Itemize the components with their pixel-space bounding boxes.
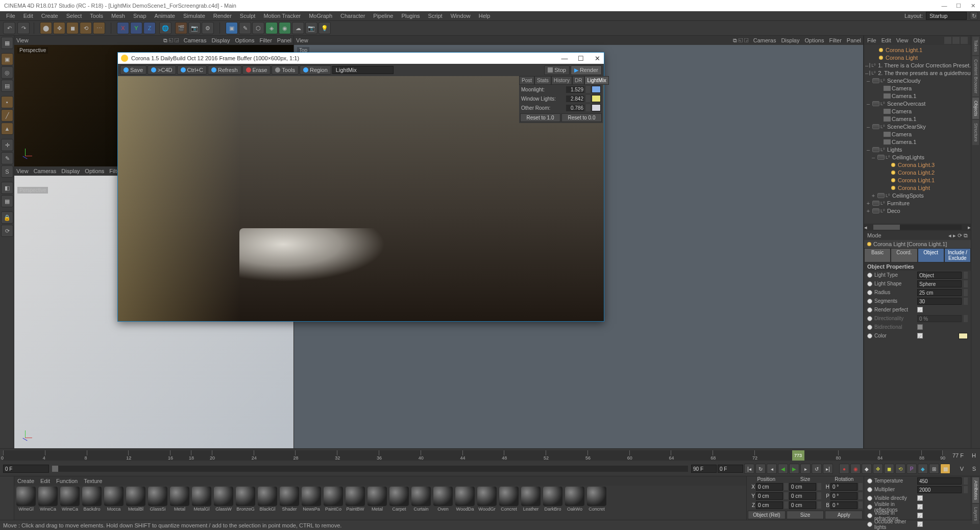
fb-erase-button[interactable]: Erase	[242, 65, 271, 75]
material-item[interactable]: WineCa	[37, 487, 59, 519]
timeline-track[interactable]: 9088848076726864605652484440363228242018…	[3, 450, 942, 461]
material-item[interactable]: Concret	[586, 487, 607, 519]
fb-tools-button[interactable]: Tools	[272, 65, 299, 75]
mat-menu-function[interactable]: Function	[56, 478, 78, 484]
material-item[interactable]: Carpet	[388, 487, 410, 519]
material-item[interactable]: Metal	[169, 487, 190, 519]
tree-expand-icon[interactable]: +	[865, 208, 871, 214]
fb-ctrlc-button[interactable]: Ctrl+C	[177, 65, 207, 75]
menu-item-sculpt[interactable]: Sculpt	[236, 13, 260, 19]
lightmix-swatch[interactable]	[592, 104, 601, 111]
side-tab-layers[interactable]: Layers	[972, 504, 979, 524]
tree-row[interactable]: Corona Light	[864, 184, 971, 191]
panel-icon[interactable]	[961, 37, 968, 44]
attr-checkbox[interactable]: ✓	[917, 521, 923, 527]
tree-expand-icon[interactable]: –	[865, 124, 871, 130]
menu-item-tools[interactable]: Tools	[86, 13, 107, 19]
material-item[interactable]: Metal	[366, 487, 388, 519]
fb-preset-dropdown[interactable]: LightMix	[332, 66, 394, 74]
fb-tab-stats[interactable]: Stats	[534, 76, 551, 85]
material-item[interactable]: WoodDa	[454, 487, 476, 519]
menu-item-help[interactable]: Help	[475, 13, 495, 19]
attr-checkbox[interactable]: ✓	[917, 513, 923, 518]
fb-tab-dr[interactable]: DR	[572, 76, 584, 85]
recent-tool-icon[interactable]: ⋯	[93, 22, 105, 34]
tree-expand-icon[interactable]: –	[865, 147, 871, 153]
side-tab-attributes[interactable]: Attributes	[972, 477, 979, 503]
panel-icon[interactable]	[944, 37, 951, 44]
tree-expand-icon[interactable]: –	[865, 70, 868, 76]
fb-region-button[interactable]: Region	[300, 65, 331, 75]
coord-size-dropdown[interactable]: Size	[787, 511, 824, 519]
texture-mode-icon[interactable]: ◎	[1, 66, 13, 79]
tree-row[interactable]: Corona Light	[864, 54, 971, 61]
coord-field[interactable]: 0 cm	[756, 492, 783, 500]
spinner-icon[interactable]	[964, 272, 968, 279]
vp-menu-filter[interactable]: Filter	[829, 37, 841, 43]
material-item[interactable]: Oven	[432, 487, 454, 519]
tweak-mode-icon[interactable]: ✎	[1, 152, 13, 164]
timeline-cursor[interactable]: 773	[792, 450, 804, 461]
move-icon[interactable]: ✥	[53, 22, 65, 34]
lightmix-swatch[interactable]	[592, 95, 601, 102]
maximize-icon[interactable]: ☐	[955, 3, 962, 9]
tree-expand-icon[interactable]: –	[865, 78, 871, 84]
menu-item-script[interactable]: Script	[424, 13, 447, 19]
powerslider-icon[interactable]: ▦	[940, 464, 950, 474]
material-item[interactable]: WineGl	[15, 487, 37, 519]
material-item[interactable]: MetalBl	[125, 487, 146, 519]
attr-checkbox[interactable]: ✓	[917, 307, 923, 312]
menu-item-create[interactable]: Create	[37, 13, 62, 19]
spinner-icon[interactable]	[817, 492, 821, 499]
material-item[interactable]: BronzeG	[235, 487, 256, 519]
generator-icon[interactable]: ◈	[265, 22, 278, 34]
lightmix-value[interactable]: 0.786	[566, 105, 584, 111]
fb-close-icon[interactable]: ✕	[594, 55, 601, 62]
attr-field[interactable]: 25 cm	[917, 289, 962, 296]
tree-row[interactable]: –L⁰1. There is a Color Correction Preset…	[864, 61, 971, 69]
spinner-icon[interactable]	[964, 298, 968, 305]
coord-object-dropdown[interactable]: Object (Rel)	[748, 511, 786, 519]
tree-row[interactable]: –L⁰CeilingLights	[864, 153, 971, 161]
goto-nextkey-icon[interactable]: ↺	[812, 464, 822, 474]
next-frame-icon[interactable]: ▸	[800, 464, 811, 474]
tree-row[interactable]: Corona Light.2	[864, 168, 971, 176]
tree-expand-icon[interactable]: +	[865, 200, 871, 206]
tree-row[interactable]: +L⁰CeilingSpots	[864, 191, 971, 199]
spinner-icon[interactable]	[817, 483, 821, 490]
spinner-icon[interactable]	[586, 104, 590, 111]
fb-reset-0-button[interactable]: Reset to 0.0	[561, 113, 602, 122]
materials-list[interactable]: WineGlWineCaWineCaBackdroMoccaMetalBlGla…	[14, 486, 746, 520]
autokey-icon[interactable]: ◉	[850, 464, 861, 474]
spinner-icon[interactable]	[964, 486, 968, 493]
tree-row[interactable]: –L⁰SceneClearSky	[864, 123, 971, 130]
vp-menu-view[interactable]: View	[16, 168, 29, 174]
framebuffer-window[interactable]: Corona 1.5 DailyBuild Oct 12 2016 Frame …	[117, 52, 604, 322]
lightmix-swatch[interactable]	[592, 86, 601, 93]
side-tab-content-browser[interactable]: Content Browser	[972, 56, 979, 97]
side-tab-objects[interactable]: Objects	[972, 98, 979, 119]
timeline-end-field[interactable]	[691, 465, 717, 473]
coord-apply-button[interactable]: Apply	[825, 511, 863, 519]
spinner-icon[interactable]	[586, 95, 590, 102]
pen-icon[interactable]: ✎	[239, 22, 251, 34]
material-item[interactable]: Concret	[498, 487, 520, 519]
spinner-icon[interactable]	[859, 501, 863, 509]
tree-row[interactable]: Corona Light.3	[864, 161, 971, 168]
coord-field[interactable]: 0 cm	[789, 492, 816, 500]
spinner-icon[interactable]	[817, 501, 821, 509]
vp-menu-display[interactable]: Display	[781, 37, 799, 43]
spinner-icon[interactable]	[964, 280, 968, 287]
material-item[interactable]: Curtain	[410, 487, 432, 519]
menu-item-mograph[interactable]: MoGraph	[305, 13, 336, 19]
tree-hscroll[interactable]: ◂▸	[864, 224, 971, 231]
coord-field[interactable]: 0 °	[830, 501, 857, 509]
material-item[interactable]: Backdro	[81, 487, 103, 519]
edges-mode-icon[interactable]: ╱	[1, 109, 13, 122]
tree-row[interactable]: –L⁰SceneOvercast	[864, 100, 971, 107]
tree-row[interactable]: Camera.1	[864, 138, 971, 146]
mat-menu-create[interactable]: Create	[17, 478, 34, 484]
menu-item-plugins[interactable]: Plugins	[397, 13, 424, 19]
fb-stop-button[interactable]: Stop	[544, 65, 570, 75]
attr-field[interactable]: 30	[917, 298, 962, 305]
